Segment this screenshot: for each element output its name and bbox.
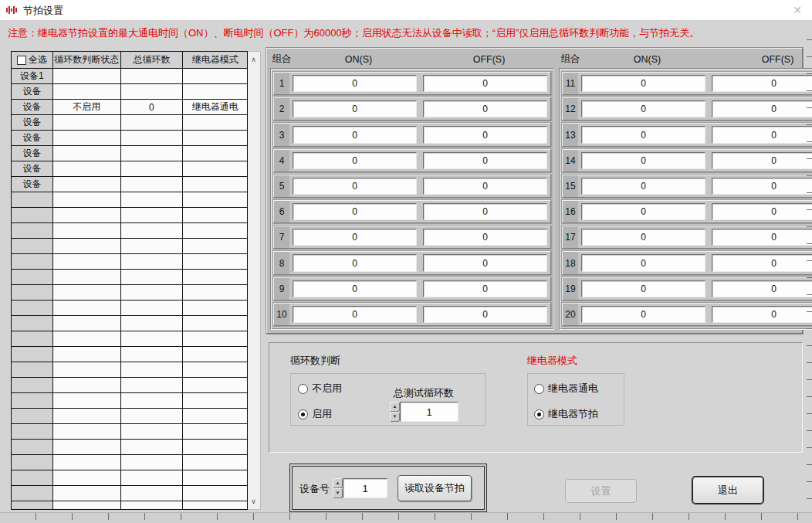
combo-on-input[interactable] [293, 75, 417, 92]
exit-button[interactable]: 退出 [692, 477, 763, 504]
device-row-header[interactable] [12, 440, 53, 455]
combo-off-input[interactable] [712, 152, 812, 169]
device-row-header[interactable] [12, 455, 53, 470]
table-row[interactable] [12, 223, 247, 239]
combo-on-input[interactable] [581, 75, 705, 92]
table-row[interactable]: 设备 [12, 84, 247, 100]
device-row-header[interactable] [12, 409, 53, 424]
table-row[interactable]: 设备 [12, 177, 247, 192]
combo-on-input[interactable] [293, 100, 417, 117]
radio-relay-beat[interactable]: 继电器节拍 [534, 407, 598, 421]
combo-off-input[interactable] [423, 126, 547, 143]
device-row-header[interactable]: 设备1 [12, 69, 53, 84]
combo-off-input[interactable] [712, 306, 812, 323]
combo-off-input[interactable] [712, 126, 812, 143]
select-all-cell[interactable]: 全选 [12, 52, 53, 69]
device-row-header[interactable]: 设备 [12, 146, 53, 161]
table-row[interactable] [12, 316, 247, 331]
device-row-header[interactable] [12, 285, 53, 301]
combo-off-input[interactable] [423, 75, 547, 92]
device-row-header[interactable]: 设备 [12, 115, 53, 131]
combo-on-input[interactable] [581, 280, 705, 297]
radio-cycle-disable[interactable]: 不启用 [298, 382, 342, 396]
spinner-down-icon[interactable]: ▼ [333, 488, 343, 498]
table-row[interactable]: 设备不启用0继电器通电 [12, 100, 247, 115]
table-row[interactable] [12, 347, 247, 362]
device-row-header[interactable]: 设备 [12, 177, 53, 192]
combo-on-input[interactable] [581, 203, 705, 220]
table-row[interactable] [12, 239, 247, 254]
table-row[interactable] [12, 501, 247, 510]
device-row-header[interactable] [12, 239, 53, 254]
radio-on-icon[interactable] [534, 409, 544, 419]
combo-off-input[interactable] [423, 152, 547, 169]
combo-off-input[interactable] [712, 100, 812, 117]
combo-on-input[interactable] [293, 280, 417, 297]
table-row[interactable]: 设备 [12, 115, 247, 131]
table-row[interactable] [12, 455, 247, 470]
combo-off-input[interactable] [423, 178, 547, 195]
table-row[interactable] [12, 486, 247, 501]
select-all-checkbox[interactable] [17, 56, 26, 65]
table-row[interactable]: 设备 [12, 146, 247, 161]
spinner-down-icon[interactable]: ▼ [390, 412, 400, 422]
combo-on-input[interactable] [581, 229, 705, 246]
read-device-beat-button[interactable]: 读取设备节拍 [398, 475, 472, 501]
combo-off-input[interactable] [712, 203, 812, 220]
radio-cycle-enable[interactable]: 启用 [298, 407, 332, 421]
combo-off-input[interactable] [423, 229, 547, 246]
total-cycles-spinner[interactable]: ▲ ▼ [390, 402, 400, 422]
spinner-up-icon[interactable]: ▲ [333, 478, 343, 488]
device-row-header[interactable]: 设备 [12, 100, 53, 115]
radio-off-icon[interactable] [298, 384, 308, 394]
radio-relay-power[interactable]: 继电器通电 [534, 382, 598, 396]
table-row[interactable]: 设备 [12, 161, 247, 177]
combo-on-input[interactable] [581, 254, 705, 271]
combo-off-input[interactable] [712, 254, 812, 271]
table-row[interactable] [12, 409, 247, 424]
combo-on-input[interactable] [293, 178, 417, 195]
radio-off-icon[interactable] [534, 384, 544, 394]
combo-on-input[interactable] [581, 152, 705, 169]
combo-off-input[interactable] [423, 306, 547, 323]
table-row[interactable]: 设备1 [12, 69, 247, 84]
device-row-header[interactable] [12, 316, 53, 331]
table-row[interactable] [12, 270, 247, 285]
device-row-header[interactable] [12, 208, 53, 223]
combo-on-input[interactable] [581, 100, 705, 117]
device-row-header[interactable] [12, 378, 53, 393]
combo-on-input[interactable] [581, 126, 705, 143]
device-row-header[interactable] [12, 347, 53, 362]
table-row[interactable] [12, 331, 247, 347]
device-row-header[interactable] [12, 223, 53, 239]
combo-off-input[interactable] [423, 100, 547, 117]
device-row-header[interactable] [12, 424, 53, 440]
device-number-spinner[interactable]: ▲ ▼ [333, 478, 343, 498]
table-row[interactable] [12, 378, 247, 393]
device-row-header[interactable] [12, 486, 53, 501]
combo-on-input[interactable] [293, 229, 417, 246]
combo-off-input[interactable] [423, 203, 547, 220]
combo-off-input[interactable] [712, 75, 812, 92]
combo-on-input[interactable] [293, 306, 417, 323]
total-cycles-input[interactable] [400, 402, 458, 422]
table-row[interactable] [12, 470, 247, 486]
device-row-header[interactable] [12, 192, 53, 208]
combo-on-input[interactable] [581, 306, 705, 323]
close-icon[interactable]: ✕ [789, 2, 806, 18]
table-row[interactable] [12, 393, 247, 409]
table-row[interactable] [12, 424, 247, 440]
table-row[interactable] [12, 362, 247, 378]
table-row[interactable] [12, 208, 247, 223]
combo-off-input[interactable] [712, 178, 812, 195]
combo-off-input[interactable] [712, 229, 812, 246]
device-row-header[interactable] [12, 501, 53, 510]
device-row-header[interactable] [12, 301, 53, 316]
device-row-header[interactable]: 设备 [12, 161, 53, 177]
device-number-input[interactable] [343, 478, 387, 498]
table-row[interactable] [12, 285, 247, 301]
combo-off-input[interactable] [423, 254, 547, 271]
device-row-header[interactable] [12, 393, 53, 409]
table-row[interactable] [12, 254, 247, 270]
combo-on-input[interactable] [293, 203, 417, 220]
